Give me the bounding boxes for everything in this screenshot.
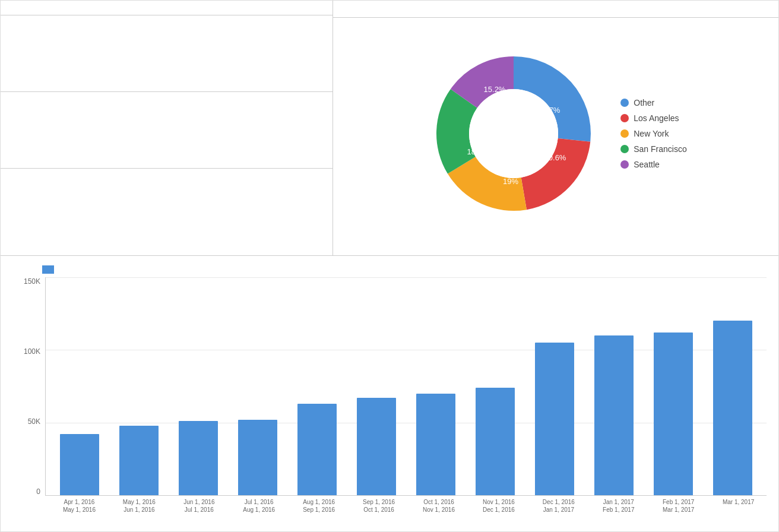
top-row: 26.7% 20.6% 19% 18.5% 15.2% OtherLos Ang… (1, 1, 778, 256)
donut-chart: 26.7% 20.6% 19% 18.5% 15.2% (425, 45, 603, 223)
y-axis-label: 150K (24, 277, 40, 286)
bar (476, 388, 515, 495)
bar-group (408, 277, 464, 495)
x-label-bottom: Dec 1, 2016 (483, 506, 515, 514)
x-label-bottom: Mar 1, 2017 (663, 506, 694, 514)
x-label-top: May 1, 2016 (123, 498, 156, 506)
svg-text:19%: 19% (503, 177, 518, 186)
x-label-top: Jan 1, 2017 (603, 498, 634, 506)
x-label-group: Feb 1, 2017Mar 1, 2017 (650, 496, 707, 525)
x-label-group: Nov 1, 2016Dec 1, 2016 (470, 496, 527, 525)
svg-text:18.5%: 18.5% (467, 147, 489, 156)
x-label-group: Jun 1, 2016Jul 1, 2016 (171, 496, 227, 525)
x-label-bottom: Jun 1, 2016 (124, 506, 154, 514)
bar-group (349, 277, 404, 495)
donut-content: 26.7% 20.6% 19% 18.5% 15.2% OtherLos Ang… (333, 18, 778, 249)
x-label-bottom: Sep 1, 2016 (303, 506, 335, 514)
legend-dot (620, 145, 629, 153)
bar (594, 335, 634, 495)
y-axis: 150K100K50K0 (12, 277, 45, 525)
x-label-group: Mar 1, 2017 (710, 496, 767, 525)
x-label-top: Feb 1, 2017 (663, 498, 694, 506)
x-label-top: Aug 1, 2016 (303, 498, 335, 506)
scorecard-title (1, 1, 332, 15)
x-label-group: Jul 1, 2016Aug 1, 2016 (231, 496, 287, 525)
bar-group (645, 277, 701, 495)
x-label-bottom: Feb 1, 2017 (603, 506, 634, 514)
bars-area (45, 277, 767, 496)
x-label-group: Apr 1, 2016May 1, 2016 (51, 496, 107, 525)
x-label-top: Nov 1, 2016 (483, 498, 515, 506)
bar-group (467, 277, 523, 495)
bar-group (527, 277, 582, 495)
legend-dot (620, 129, 629, 138)
bar (416, 394, 455, 495)
bar (713, 321, 752, 495)
y-axis-label: 50K (28, 417, 40, 426)
x-label-top: Sep 1, 2016 (363, 498, 395, 506)
bar (119, 426, 159, 495)
bar (535, 343, 574, 495)
x-label-top: Jun 1, 2016 (183, 498, 214, 506)
bar-group (111, 277, 167, 495)
bar-group (230, 277, 286, 495)
legend-label: Los Angeles (634, 113, 679, 123)
bar-chart-header (12, 262, 767, 277)
x-label-top: Oct 1, 2016 (423, 498, 454, 506)
bar-chart-area: 150K100K50K0 Apr 1, 2016May 1, 2016May 1… (12, 277, 767, 525)
scorecard-item-location (1, 169, 332, 255)
x-label-bottom: Nov 1, 2016 (423, 506, 455, 514)
y-axis-label: 0 (36, 487, 40, 496)
x-label-bottom: Jul 1, 2016 (185, 506, 214, 514)
scorecard-item-orders (1, 15, 332, 92)
x-label-group: Aug 1, 2016Sep 1, 2016 (291, 496, 347, 525)
dashboard: 26.7% 20.6% 19% 18.5% 15.2% OtherLos Ang… (0, 0, 779, 532)
bar-group (52, 277, 107, 495)
bar-group (170, 277, 226, 495)
svg-text:26.7%: 26.7% (539, 106, 560, 115)
x-label-top: Dec 1, 2016 (543, 498, 575, 506)
legend-item: Other (620, 98, 686, 107)
x-label-group: Oct 1, 2016Nov 1, 2016 (411, 496, 467, 525)
bar-group (289, 277, 345, 495)
bar (179, 421, 218, 495)
donut-svg: 26.7% 20.6% 19% 18.5% 15.2% (425, 45, 603, 223)
legend-dot (620, 160, 629, 169)
bar-group (705, 277, 761, 495)
scorecard-panel (1, 1, 333, 255)
bar (238, 420, 277, 495)
x-axis: Apr 1, 2016May 1, 2016May 1, 2016Jun 1, … (45, 496, 767, 525)
bar (60, 434, 99, 495)
donut-legend: OtherLos AngelesNew YorkSan FranciscoSea… (620, 98, 686, 169)
donut-panel: 26.7% 20.6% 19% 18.5% 15.2% OtherLos Ang… (333, 1, 778, 255)
x-label-group: Jan 1, 2017Feb 1, 2017 (590, 496, 647, 525)
legend-label: Other (634, 98, 654, 107)
bar (654, 332, 693, 495)
x-label-group: Sep 1, 2016Oct 1, 2016 (351, 496, 407, 525)
legend-item: Seattle (620, 160, 686, 169)
x-label-bottom: Aug 1, 2016 (243, 506, 275, 514)
legend-dot (620, 99, 629, 107)
legend-item: Los Angeles (620, 113, 686, 123)
chart-main: Apr 1, 2016May 1, 2016May 1, 2016Jun 1, … (45, 277, 767, 525)
x-label-top: Apr 1, 2016 (64, 498, 95, 506)
svg-text:15.2%: 15.2% (484, 85, 506, 94)
x-label-group: May 1, 2016Jun 1, 2016 (111, 496, 167, 525)
x-label-bottom: May 1, 2016 (63, 506, 96, 514)
x-label-top: Jul 1, 2016 (245, 498, 274, 506)
x-label-group: Dec 1, 2016Jan 1, 2017 (530, 496, 587, 525)
svg-text:20.6%: 20.6% (544, 153, 566, 162)
scorecard-item-growth (1, 92, 332, 169)
bar-legend-item (42, 265, 59, 274)
donut-title (333, 7, 778, 18)
bars-container (46, 277, 767, 495)
legend-label: New York (634, 129, 669, 138)
bar-group (586, 277, 642, 495)
x-label-top: Mar 1, 2017 (723, 498, 754, 506)
legend-item: New York (620, 129, 686, 138)
x-label-bottom: Oct 1, 2016 (363, 506, 394, 514)
bar (297, 404, 337, 495)
legend-item: San Francisco (620, 144, 686, 154)
legend-dot (620, 114, 629, 122)
legend-label: Seattle (634, 160, 660, 169)
